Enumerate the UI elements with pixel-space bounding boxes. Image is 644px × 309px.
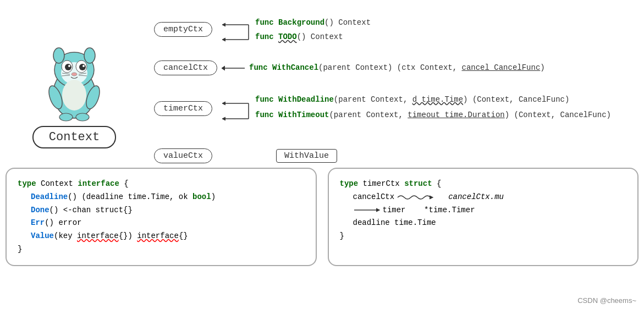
svg-point-11 [71,73,77,76]
svg-point-18 [62,80,86,111]
long-arrow [353,205,381,216]
struct-line-deadline: deadline time.Time [340,217,627,230]
svg-point-2 [53,48,64,63]
svg-point-10 [82,65,85,67]
context-bubble: Context [32,126,116,148]
svg-point-8 [68,65,70,67]
gopher-icon [36,36,113,124]
cancel-ctx-box: cancelCtx [154,60,217,75]
svg-point-3 [84,48,95,63]
code-line-3: Done() <-chan struct{} [18,204,305,217]
timerctx-struct-box: type timerCtx struct { cancelCtx cancelC… [328,168,639,266]
svg-point-7 [65,64,71,70]
attribution: CSDN @cheems~ [577,296,636,305]
code-line-1: type Context interface { [18,178,305,191]
struct-line-2: cancelCtx cancelCtx.mu [340,191,627,204]
timer-ctx-box: timerCtx [154,101,212,116]
squiggle-arrow [397,192,446,203]
arrow-cancel [219,62,247,75]
top-section: Context emptyCtx [0,5,644,165]
with-value-box: WithValue [276,149,337,163]
func-todo: func TODO() Context [255,31,371,43]
code-line-2: Deadline() (deadline time.Time, ok bool) [18,191,305,204]
fork-arrow-timer [214,93,253,129]
fork-arrow-empty [214,16,253,49]
func-background: func Background() Context [255,16,371,29]
code-line-6: } [18,243,305,256]
context-label: Context [49,130,100,144]
struct-line-timer: timer *time.Timer [340,204,627,217]
code-line-5: Value(key interface{}) interface{} [18,230,305,243]
svg-point-20 [76,113,89,121]
bottom-section: type Context interface { Deadline() (dea… [5,168,639,266]
svg-point-9 [79,64,86,70]
func-withtimeout: func WithTimeout(parent Context, timeout… [255,109,611,121]
context-interface-box: type Context interface { Deadline() (dea… [5,168,317,266]
gopher-area: Context [11,16,137,148]
code-line-4: Err() error [18,217,305,230]
func-withdeadline: func WithDeadline(parent Context, d time… [255,93,611,106]
page: Context emptyCtx [0,0,644,309]
struct-line-1: type timerCtx struct { [340,178,627,191]
struct-line-close: } [340,230,627,243]
empty-ctx-box: emptyCtx [154,22,212,37]
value-ctx-box: valueCtx [154,148,212,163]
svg-point-19 [59,113,73,121]
attribution-text: CSDN @cheems~ [577,296,636,305]
func-withcancel: func WithCancel(parent Context) (ctx Con… [249,62,545,74]
